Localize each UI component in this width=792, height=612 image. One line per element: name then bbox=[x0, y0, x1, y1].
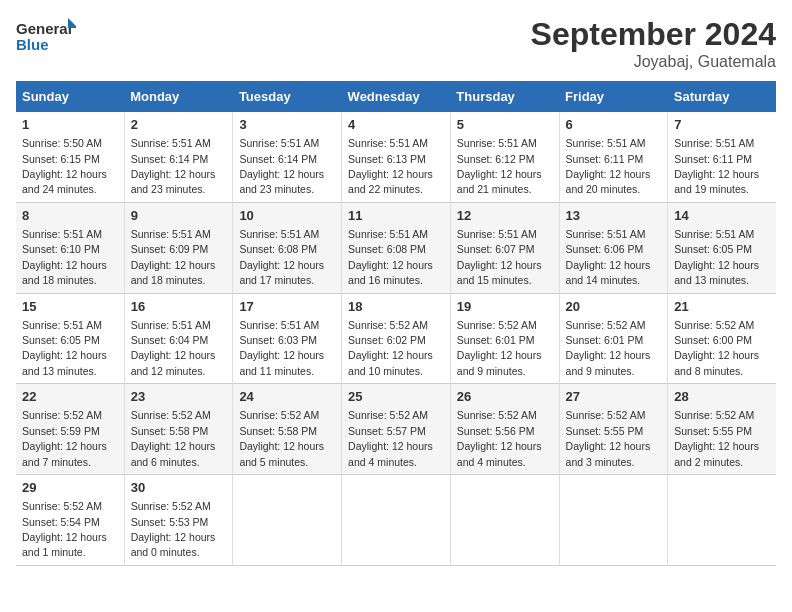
day-sunset: Sunset: 6:05 PM bbox=[674, 243, 752, 255]
day-sunset: Sunset: 5:53 PM bbox=[131, 516, 209, 528]
day-sunrise: Sunrise: 5:52 AM bbox=[239, 409, 319, 421]
day-cell bbox=[342, 475, 451, 566]
day-number: 14 bbox=[674, 207, 770, 225]
day-daylight-min: and 22 minutes. bbox=[348, 183, 423, 195]
day-cell: 18Sunrise: 5:52 AMSunset: 6:02 PMDayligh… bbox=[342, 293, 451, 384]
day-number: 13 bbox=[566, 207, 662, 225]
day-daylight-min: and 6 minutes. bbox=[131, 456, 200, 468]
day-sunrise: Sunrise: 5:52 AM bbox=[457, 409, 537, 421]
day-sunset: Sunset: 6:10 PM bbox=[22, 243, 100, 255]
day-cell: 15Sunrise: 5:51 AMSunset: 6:05 PMDayligh… bbox=[16, 293, 124, 384]
day-sunset: Sunset: 5:58 PM bbox=[239, 425, 317, 437]
day-daylight-min: and 8 minutes. bbox=[674, 365, 743, 377]
col-header-saturday: Saturday bbox=[668, 81, 776, 112]
day-number: 2 bbox=[131, 116, 227, 134]
day-cell: 23Sunrise: 5:52 AMSunset: 5:58 PMDayligh… bbox=[124, 384, 233, 475]
day-number: 6 bbox=[566, 116, 662, 134]
day-daylight: Daylight: 12 hours bbox=[457, 440, 542, 452]
day-sunrise: Sunrise: 5:51 AM bbox=[348, 137, 428, 149]
day-number: 24 bbox=[239, 388, 335, 406]
day-daylight-min: and 18 minutes. bbox=[22, 274, 97, 286]
day-daylight-min: and 5 minutes. bbox=[239, 456, 308, 468]
day-sunrise: Sunrise: 5:52 AM bbox=[457, 319, 537, 331]
day-daylight: Daylight: 12 hours bbox=[22, 531, 107, 543]
day-daylight: Daylight: 12 hours bbox=[566, 349, 651, 361]
day-sunrise: Sunrise: 5:52 AM bbox=[131, 409, 211, 421]
day-number: 11 bbox=[348, 207, 444, 225]
week-row-3: 15Sunrise: 5:51 AMSunset: 6:05 PMDayligh… bbox=[16, 293, 776, 384]
day-daylight: Daylight: 12 hours bbox=[22, 440, 107, 452]
day-sunrise: Sunrise: 5:51 AM bbox=[457, 137, 537, 149]
day-daylight: Daylight: 12 hours bbox=[566, 440, 651, 452]
day-sunrise: Sunrise: 5:50 AM bbox=[22, 137, 102, 149]
day-sunrise: Sunrise: 5:51 AM bbox=[22, 228, 102, 240]
day-number: 4 bbox=[348, 116, 444, 134]
day-number: 18 bbox=[348, 298, 444, 316]
svg-marker-2 bbox=[68, 18, 76, 28]
day-daylight-min: and 9 minutes. bbox=[566, 365, 635, 377]
day-sunset: Sunset: 6:03 PM bbox=[239, 334, 317, 346]
day-daylight: Daylight: 12 hours bbox=[131, 168, 216, 180]
day-daylight-min: and 15 minutes. bbox=[457, 274, 532, 286]
day-number: 28 bbox=[674, 388, 770, 406]
day-cell: 30Sunrise: 5:52 AMSunset: 5:53 PMDayligh… bbox=[124, 475, 233, 566]
day-cell: 6Sunrise: 5:51 AMSunset: 6:11 PMDaylight… bbox=[559, 112, 668, 202]
day-daylight: Daylight: 12 hours bbox=[131, 531, 216, 543]
day-daylight: Daylight: 12 hours bbox=[674, 349, 759, 361]
week-row-4: 22Sunrise: 5:52 AMSunset: 5:59 PMDayligh… bbox=[16, 384, 776, 475]
day-cell: 16Sunrise: 5:51 AMSunset: 6:04 PMDayligh… bbox=[124, 293, 233, 384]
day-daylight-min: and 12 minutes. bbox=[131, 365, 206, 377]
day-daylight-min: and 2 minutes. bbox=[674, 456, 743, 468]
day-sunrise: Sunrise: 5:51 AM bbox=[131, 319, 211, 331]
day-cell: 28Sunrise: 5:52 AMSunset: 5:55 PMDayligh… bbox=[668, 384, 776, 475]
day-sunset: Sunset: 6:09 PM bbox=[131, 243, 209, 255]
day-cell: 1Sunrise: 5:50 AMSunset: 6:15 PMDaylight… bbox=[16, 112, 124, 202]
day-daylight: Daylight: 12 hours bbox=[457, 259, 542, 271]
day-daylight: Daylight: 12 hours bbox=[348, 168, 433, 180]
day-daylight: Daylight: 12 hours bbox=[22, 349, 107, 361]
day-sunset: Sunset: 6:06 PM bbox=[566, 243, 644, 255]
col-header-tuesday: Tuesday bbox=[233, 81, 342, 112]
day-daylight: Daylight: 12 hours bbox=[674, 259, 759, 271]
month-title: September 2024 bbox=[531, 16, 776, 53]
day-sunset: Sunset: 6:01 PM bbox=[457, 334, 535, 346]
location: Joyabaj, Guatemala bbox=[531, 53, 776, 71]
day-sunrise: Sunrise: 5:51 AM bbox=[348, 228, 428, 240]
logo-svg: General Blue bbox=[16, 16, 76, 60]
day-cell: 17Sunrise: 5:51 AMSunset: 6:03 PMDayligh… bbox=[233, 293, 342, 384]
col-header-thursday: Thursday bbox=[450, 81, 559, 112]
day-sunrise: Sunrise: 5:51 AM bbox=[566, 137, 646, 149]
day-daylight-min: and 23 minutes. bbox=[131, 183, 206, 195]
day-sunrise: Sunrise: 5:52 AM bbox=[674, 319, 754, 331]
day-daylight-min: and 14 minutes. bbox=[566, 274, 641, 286]
header-row: SundayMondayTuesdayWednesdayThursdayFrid… bbox=[16, 81, 776, 112]
day-daylight-min: and 1 minute. bbox=[22, 546, 86, 558]
day-daylight-min: and 24 minutes. bbox=[22, 183, 97, 195]
day-daylight-min: and 13 minutes. bbox=[22, 365, 97, 377]
day-sunrise: Sunrise: 5:51 AM bbox=[566, 228, 646, 240]
day-sunrise: Sunrise: 5:51 AM bbox=[239, 228, 319, 240]
col-header-wednesday: Wednesday bbox=[342, 81, 451, 112]
day-number: 26 bbox=[457, 388, 553, 406]
day-sunrise: Sunrise: 5:52 AM bbox=[348, 319, 428, 331]
day-daylight-min: and 21 minutes. bbox=[457, 183, 532, 195]
day-daylight-min: and 0 minutes. bbox=[131, 546, 200, 558]
day-daylight-min: and 9 minutes. bbox=[457, 365, 526, 377]
day-sunrise: Sunrise: 5:51 AM bbox=[131, 228, 211, 240]
day-daylight: Daylight: 12 hours bbox=[239, 349, 324, 361]
day-number: 12 bbox=[457, 207, 553, 225]
day-number: 21 bbox=[674, 298, 770, 316]
day-cell: 2Sunrise: 5:51 AMSunset: 6:14 PMDaylight… bbox=[124, 112, 233, 202]
day-number: 7 bbox=[674, 116, 770, 134]
day-sunset: Sunset: 5:59 PM bbox=[22, 425, 100, 437]
day-daylight-min: and 7 minutes. bbox=[22, 456, 91, 468]
day-daylight-min: and 10 minutes. bbox=[348, 365, 423, 377]
day-sunset: Sunset: 6:15 PM bbox=[22, 153, 100, 165]
day-sunrise: Sunrise: 5:52 AM bbox=[131, 500, 211, 512]
day-sunrise: Sunrise: 5:52 AM bbox=[674, 409, 754, 421]
day-sunrise: Sunrise: 5:51 AM bbox=[239, 319, 319, 331]
day-daylight: Daylight: 12 hours bbox=[348, 440, 433, 452]
day-number: 23 bbox=[131, 388, 227, 406]
day-number: 22 bbox=[22, 388, 118, 406]
calendar-table: SundayMondayTuesdayWednesdayThursdayFrid… bbox=[16, 81, 776, 566]
